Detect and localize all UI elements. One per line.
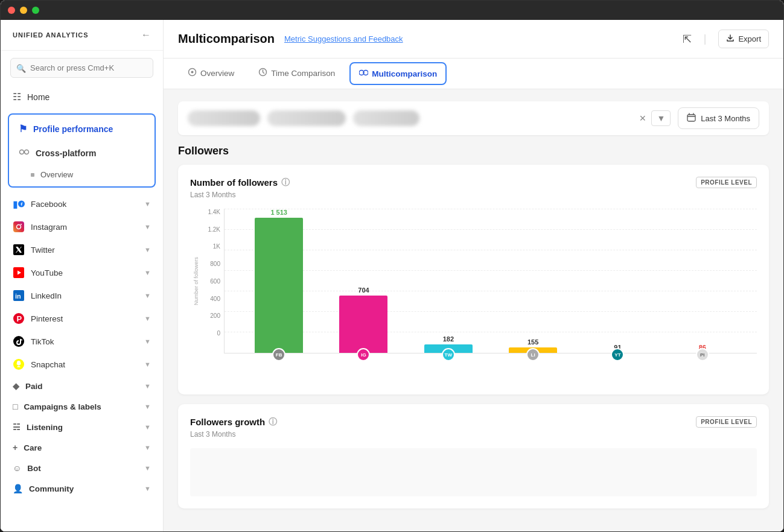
followers-section-title: Followers [178, 145, 769, 157]
metric-suggestions-link[interactable]: Metric Suggestions and Feedback [284, 34, 403, 43]
sidebar-item-instagram[interactable]: Instagram ▼ [1, 215, 163, 238]
chart2-help-icon[interactable]: ⓘ [269, 417, 277, 428]
bar-group-3: 182 TW [412, 335, 485, 353]
date-filter-button[interactable]: Last 3 Months [678, 107, 759, 129]
chart2-profile-level-badge: PROFILE LEVEL [696, 416, 757, 428]
youtube-chevron-icon: ▼ [144, 269, 151, 276]
filter-dropdown-button[interactable]: ▼ [651, 110, 671, 126]
sidebar-item-home[interactable]: ☷ Home [1, 85, 163, 109]
sidebar-item-listening[interactable]: ☵ Listening ▼ [1, 417, 163, 437]
bar5-avatar: YT [611, 348, 624, 361]
y-label-1: 1.4K [208, 209, 220, 215]
time-comparison-tab-icon [258, 68, 267, 78]
sidebar-item-youtube[interactable]: YouTube ▼ [1, 261, 163, 284]
window-minimize-dot[interactable] [20, 7, 27, 14]
sidebar-item-pinterest[interactable]: P Pinterest ▼ [1, 307, 163, 330]
sidebar-item-campaigns[interactable]: □ Campaigns & labels ▼ [1, 396, 163, 417]
care-chevron-icon: ▼ [144, 444, 151, 451]
overview-label: Overview [40, 170, 73, 179]
bars-container: 1 513 FB [225, 209, 757, 353]
community-label: Community [29, 484, 74, 493]
snapchat-label: Snapchat [31, 360, 65, 369]
sidebar-item-care[interactable]: + Care ▼ [1, 437, 163, 458]
bar4: LI [509, 347, 557, 353]
chart1-subtitle: Last 3 Months [190, 191, 757, 199]
chart-bars-area: 1 513 FB [224, 209, 757, 353]
profile-performance-section: ⚑ Profile performance Cross-platform Ove… [8, 113, 156, 188]
chart-plot-area: 1 513 FB [224, 209, 757, 353]
y-label-8: 0 [217, 330, 220, 337]
window-maximize-dot[interactable] [32, 7, 39, 14]
search-input[interactable] [10, 58, 153, 78]
svg-text:in: in [15, 293, 21, 300]
sidebar-item-paid[interactable]: ◆ Paid ▼ [1, 376, 163, 396]
bar3-avatar: TW [442, 348, 455, 361]
bar4-avatar: LI [526, 348, 540, 361]
bar2: IG [339, 296, 387, 353]
svg-point-5 [21, 224, 22, 225]
y-label-4: 800 [210, 261, 220, 267]
y-label-6: 400 [210, 296, 220, 302]
youtube-icon [13, 267, 25, 279]
sidebar-item-snapchat[interactable]: Snapchat ▼ [1, 353, 163, 376]
youtube-label: YouTube [31, 268, 63, 277]
instagram-label: Instagram [31, 223, 67, 232]
y-axis-title-wrapper: Number of followers [190, 209, 202, 353]
export-button[interactable]: Export [718, 30, 769, 48]
bot-chevron-icon: ▼ [144, 464, 151, 472]
tiktok-label: TikTok [31, 337, 54, 346]
flag-icon: ⚑ [19, 123, 27, 135]
svg-point-0 [20, 150, 24, 154]
followers-growth-chart-card: Followers growth ⓘ PROFILE LEVEL Last 3 … [178, 404, 769, 508]
sidebar-item-facebook[interactable]: ▮ Facebook ▼ [1, 192, 163, 215]
sidebar-search-wrapper: 🔍 [10, 58, 153, 78]
snapchat-chevron-icon: ▼ [144, 361, 151, 368]
listening-icon: ☵ [13, 422, 21, 432]
y-axis-labels: 1.4K 1.2K 1K 800 600 400 200 0 [202, 209, 224, 353]
expand-button[interactable]: ⇱ [683, 33, 692, 46]
campaigns-icon: □ [13, 402, 18, 411]
calendar-icon [687, 113, 696, 124]
chart1-help-icon[interactable]: ⓘ [281, 177, 290, 188]
pinterest-icon: P [13, 312, 25, 325]
tabs-bar: Overview Time Comparison Multicomparison [164, 59, 783, 89]
page-title: Multicomparison [178, 32, 275, 46]
linkedin-chevron-icon: ▼ [144, 292, 151, 299]
sidebar-item-community[interactable]: 👤 Community ▼ [1, 478, 163, 499]
chart1-profile-level-badge: PROFILE LEVEL [696, 177, 757, 188]
cross-platform-icon [19, 147, 30, 159]
y-axis-title: Number of followers [193, 257, 199, 305]
filter-clear-button[interactable]: ✕ [639, 113, 646, 123]
chart2-title: Followers growth [190, 417, 265, 427]
export-label: Export [738, 34, 761, 43]
sidebar-item-tiktok[interactable]: TikTok ▼ [1, 330, 163, 353]
sidebar-item-linkedin[interactable]: in LinkedIn ▼ [1, 284, 163, 307]
sidebar-item-profile-performance[interactable]: ⚑ Profile performance [9, 117, 155, 141]
sidebar-item-overview[interactable]: Overview [9, 165, 155, 184]
bar2-value-label: 704 [358, 287, 369, 294]
sidebar-collapse-button[interactable]: ← [141, 30, 151, 40]
sidebar-title: UNIFIED ANALYTICS [13, 31, 89, 39]
instagram-chevron-icon: ▼ [144, 223, 151, 230]
sidebar-item-cross-platform[interactable]: Cross-platform [9, 141, 155, 165]
search-icon: 🔍 [16, 63, 26, 72]
snapchat-icon [13, 358, 25, 370]
tab-overview[interactable]: Overview [178, 59, 244, 88]
sidebar-item-twitter[interactable]: Twitter ▼ [1, 238, 163, 261]
tab-time-comparison[interactable]: Time Comparison [249, 59, 345, 88]
bar4-value-label: 155 [527, 338, 538, 346]
filter-pill-3 [353, 110, 419, 126]
bar3-value-label: 182 [443, 335, 454, 343]
overview-dot-icon [31, 173, 34, 177]
community-chevron-icon: ▼ [144, 485, 151, 492]
chart-blur-overlay [190, 358, 757, 382]
filter-pill-2 [267, 110, 346, 126]
tab-multicomparison[interactable]: Multicomparison [349, 62, 447, 85]
sidebar: UNIFIED ANALYTICS ← 🔍 ☷ Home ⚑ Profile p… [1, 20, 164, 531]
paid-icon: ◆ [13, 381, 19, 391]
tab-multicomparison-label: Multicomparison [372, 69, 437, 78]
sidebar-item-bot[interactable]: ☺ Bot ▼ [1, 458, 163, 478]
window-close-dot[interactable] [8, 7, 15, 14]
instagram-icon [13, 221, 25, 233]
paid-chevron-icon: ▼ [144, 382, 151, 390]
